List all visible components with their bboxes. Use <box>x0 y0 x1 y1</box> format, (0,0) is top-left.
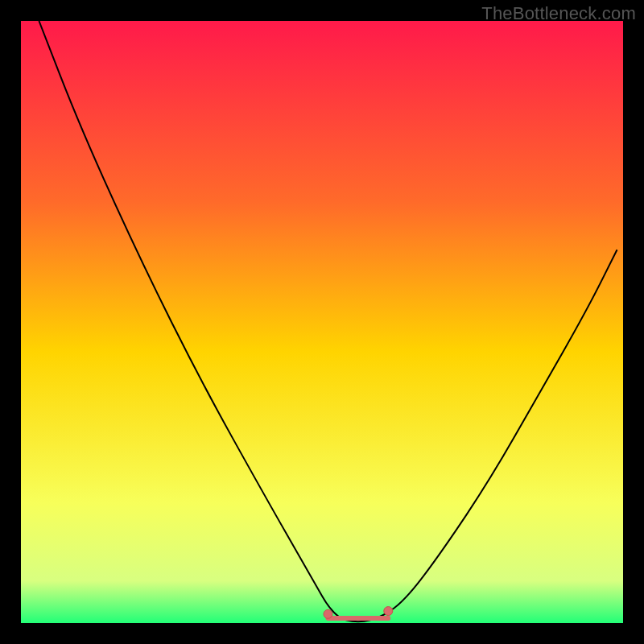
curve-marker <box>384 607 393 616</box>
bottleneck-chart <box>21 21 623 623</box>
curve-marker <box>324 609 332 618</box>
chart-frame <box>21 21 623 623</box>
gradient-background <box>21 21 623 623</box>
watermark-label: TheBottleneck.com <box>481 3 636 24</box>
